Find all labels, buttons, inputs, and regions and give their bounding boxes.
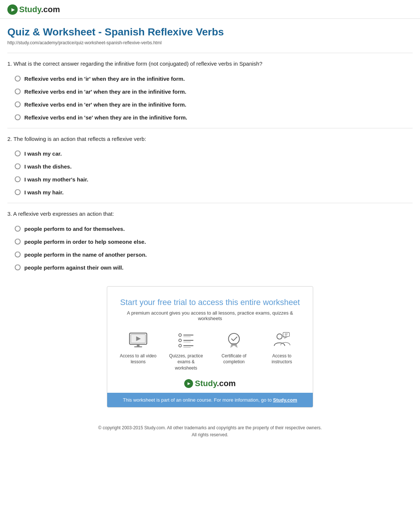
- radio-icon[interactable]: [15, 226, 21, 232]
- feature-certificate-label: Certificate of completion: [216, 353, 252, 365]
- question-2-text: 2. The following is an action that refle…: [7, 135, 413, 143]
- question-3-body: A reflexive verb expresses an action tha…: [13, 211, 114, 217]
- svg-marker-21: [284, 336, 286, 338]
- feature-video: Access to all video lessons: [120, 330, 157, 371]
- svg-point-16: [277, 334, 282, 339]
- list-item[interactable]: people perform in order to help someone …: [15, 238, 413, 246]
- question-3-options: people perform to and for themselves. pe…: [15, 225, 413, 271]
- option-text: Reflexive verbs end in 'ar' when they ar…: [24, 88, 186, 96]
- divider-2: [7, 128, 413, 128]
- svg-rect-18: [283, 332, 289, 336]
- main-content: Quiz & Worksheet - Spanish Reflexive Ver…: [0, 19, 420, 408]
- radio-icon[interactable]: [15, 252, 21, 257]
- cta-footer-text: This worksheet is part of an online cour…: [123, 397, 272, 403]
- svg-point-11: [179, 344, 181, 347]
- cta-title: Start your free trial to access this ent…: [118, 298, 302, 307]
- copyright-line1: © copyright 2003-2015 Study.com. All oth…: [7, 424, 413, 431]
- page-title: Quiz & Worksheet - Spanish Reflexive Ver…: [7, 26, 413, 38]
- site-logo[interactable]: Study.com: [7, 4, 413, 15]
- question-2-options: I wash my car. I wash the dishes. I wash…: [15, 150, 413, 196]
- radio-icon[interactable]: [15, 89, 21, 94]
- radio-icon[interactable]: [15, 114, 21, 120]
- question-2-body: The following is an action that reflects…: [13, 136, 146, 142]
- copyright-line2: All rights reserved.: [7, 431, 413, 438]
- svg-rect-4: [134, 346, 142, 347]
- site-header: Study.com: [0, 0, 420, 19]
- question-1-options: Reflexive verbs end in 'ir' when they ar…: [15, 75, 413, 121]
- radio-icon[interactable]: [15, 163, 21, 169]
- cta-features: Access to all video lessons: [118, 330, 302, 371]
- option-text: people perform against their own will.: [24, 264, 123, 271]
- option-text: people perform in the name of another pe…: [24, 251, 147, 259]
- option-text: Reflexive verbs end in 'se' when they ar…: [24, 114, 187, 121]
- question-1-text: 1. What is the correct answer regarding …: [7, 60, 413, 68]
- option-text: I wash the dishes.: [24, 163, 71, 170]
- list-item[interactable]: people perform against their own will.: [15, 264, 413, 271]
- question-1-body: What is the correct answer regarding the…: [14, 60, 262, 67]
- cta-footer-link[interactable]: Study.com: [273, 397, 297, 403]
- svg-point-8: [179, 339, 181, 342]
- quizzes-icon: [174, 330, 198, 350]
- list-item[interactable]: Reflexive verbs end in 'er' when they ar…: [15, 101, 413, 108]
- feature-quizzes: Quizzes, practice exams & worksheets: [168, 330, 204, 371]
- svg-rect-3: [137, 344, 139, 346]
- feature-instructors-label: Access to instructors: [263, 353, 300, 365]
- option-text: I wash my mother's hair.: [24, 176, 88, 183]
- list-item[interactable]: I wash the dishes.: [15, 163, 413, 170]
- list-item[interactable]: I wash my car.: [15, 150, 413, 157]
- list-item[interactable]: Reflexive verbs end in 'ar' when they ar…: [15, 88, 413, 96]
- list-item[interactable]: people perform in the name of another pe…: [15, 251, 413, 259]
- feature-certificate: Certificate of completion: [216, 330, 252, 371]
- question-3-number: 3: [7, 211, 10, 217]
- radio-icon[interactable]: [15, 239, 21, 245]
- question-1-number: 1: [7, 60, 10, 67]
- video-icon: [126, 330, 150, 350]
- question-1: 1. What is the correct answer regarding …: [7, 60, 413, 121]
- option-text: people perform in order to help someone …: [24, 238, 146, 246]
- page-url: http://study.com/academy/practice/quiz-w…: [7, 40, 413, 45]
- feature-video-label: Access to all video lessons: [120, 353, 157, 365]
- option-text: I wash my hair.: [24, 188, 64, 196]
- radio-icon[interactable]: [15, 76, 21, 82]
- certificate-icon: [222, 330, 246, 350]
- feature-quizzes-label: Quizzes, practice exams & worksheets: [168, 353, 204, 371]
- list-item[interactable]: I wash my mother's hair.: [15, 176, 413, 183]
- logo-play-icon: [7, 4, 18, 15]
- list-item[interactable]: Reflexive verbs end in 'ir' when they ar…: [15, 75, 413, 83]
- svg-point-5: [179, 333, 181, 336]
- radio-icon[interactable]: [15, 150, 21, 156]
- cta-logo-text: Study.com: [195, 379, 236, 388]
- option-text: people perform to and for themselves.: [24, 225, 125, 233]
- question-3: 3. A reflexive verb expresses an action …: [7, 210, 413, 271]
- radio-icon[interactable]: [15, 189, 21, 195]
- svg-point-14: [228, 333, 239, 344]
- logo-text: Study.com: [19, 5, 60, 14]
- option-text: I wash my car.: [24, 150, 62, 157]
- radio-icon[interactable]: [15, 176, 21, 182]
- cta-subtitle: A premium account gives you access to al…: [118, 310, 302, 321]
- option-text: Reflexive verbs end in 'er' when they ar…: [24, 101, 186, 108]
- question-2-number: 2: [7, 136, 10, 142]
- radio-icon[interactable]: [15, 101, 21, 107]
- cta-footer-bar: This worksheet is part of an online cour…: [107, 393, 313, 407]
- copyright: © copyright 2003-2015 Study.com. All oth…: [0, 419, 420, 446]
- feature-instructors: Access to instructors: [263, 330, 300, 371]
- cta-logo-play-icon: [184, 379, 193, 388]
- list-item[interactable]: I wash my hair.: [15, 188, 413, 196]
- cta-box: Start your free trial to access this ent…: [107, 286, 313, 408]
- instructors-icon: [270, 330, 294, 350]
- divider-1: [7, 53, 413, 53]
- svg-marker-15: [230, 343, 238, 348]
- divider-3: [7, 203, 413, 203]
- option-text: Reflexive verbs end in 'ir' when they ar…: [24, 75, 185, 83]
- list-item[interactable]: Reflexive verbs end in 'se' when they ar…: [15, 114, 413, 121]
- question-3-text: 3. A reflexive verb expresses an action …: [7, 210, 413, 218]
- cta-logo: Study.com: [118, 379, 302, 393]
- question-2: 2. The following is an action that refle…: [7, 135, 413, 197]
- list-item[interactable]: people perform to and for themselves.: [15, 225, 413, 233]
- radio-icon[interactable]: [15, 264, 21, 270]
